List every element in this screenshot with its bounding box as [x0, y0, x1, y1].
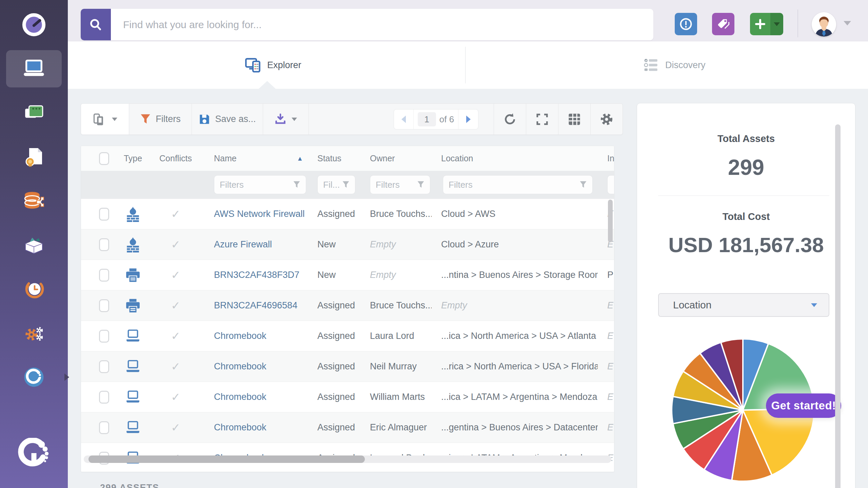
asset-status: Assigned: [308, 422, 360, 433]
create-asset-button[interactable]: [750, 13, 783, 35]
panel-scrollbar[interactable]: [835, 124, 841, 488]
assets-table: Type Conflicts Name ▲ Status Owner Locat…: [81, 146, 614, 472]
row-checkbox[interactable]: [99, 391, 109, 404]
get-started-button[interactable]: Get started!: [766, 393, 841, 418]
columns-button[interactable]: [558, 104, 590, 135]
column-header-conflicts[interactable]: Conflicts: [159, 154, 192, 163]
column-header-name[interactable]: Name ▲: [204, 154, 308, 163]
sidebar-item-settings[interactable]: [6, 314, 62, 352]
filters-button[interactable]: Filters: [129, 104, 192, 135]
save-as-button[interactable]: Save as...: [192, 104, 263, 135]
sidebar-item-contracts[interactable]: [6, 138, 62, 176]
asset-name-link[interactable]: Chromebook: [204, 422, 308, 433]
sidebar-item-packages[interactable]: [6, 226, 62, 264]
alerts-button[interactable]: [675, 13, 697, 35]
asset-owner: Empty: [360, 239, 432, 250]
row-checkbox[interactable]: [99, 299, 109, 312]
discovery-icon: [644, 57, 659, 73]
avatar[interactable]: [812, 12, 836, 37]
device-type-dropdown[interactable]: [81, 104, 129, 135]
asset-type-icon: [119, 359, 147, 374]
alert-icon: [679, 18, 692, 30]
asset-invoice: E: [598, 422, 614, 433]
status-filter-input[interactable]: Fil...: [317, 175, 355, 194]
asset-invoice: E: [598, 331, 614, 341]
chevron-down-icon: [774, 22, 780, 26]
table-body: ✓ AWS Network Firewall Assigned Bruce To…: [81, 199, 614, 472]
table-settings-button[interactable]: [590, 104, 623, 135]
asset-name-link[interactable]: BRN3C2AF4696584: [204, 300, 308, 311]
asset-status: Assigned: [308, 361, 360, 372]
name-filter-input[interactable]: Filters: [214, 175, 306, 194]
conflict-check-icon: ✓: [171, 360, 180, 373]
tags-button[interactable]: [712, 13, 734, 35]
funnel-icon: [140, 114, 151, 125]
row-checkbox[interactable]: [99, 269, 109, 282]
row-checkbox[interactable]: [99, 238, 109, 251]
sidebar-item-software[interactable]: [6, 94, 62, 131]
table-row[interactable]: ✓ Chromebook Assigned Laura Lord ...ica …: [81, 321, 614, 351]
export-button[interactable]: [263, 104, 309, 135]
tab-discovery[interactable]: Discovery: [644, 41, 706, 89]
owner-filter-input[interactable]: Filters: [370, 175, 430, 194]
conflict-check-icon: ✓: [171, 268, 180, 282]
asset-name-link[interactable]: BRN3C2AF438F3D7: [204, 270, 308, 280]
asset-owner: Bruce Touchs...: [360, 209, 432, 219]
sidebar-item-history[interactable]: [6, 270, 62, 308]
column-header-status[interactable]: Status: [308, 154, 360, 163]
invoice-filter-input[interactable]: [607, 175, 614, 194]
select-all-checkbox[interactable]: [99, 152, 109, 165]
next-page-button[interactable]: [458, 109, 478, 129]
row-checkbox[interactable]: [99, 330, 109, 343]
asset-location: ...ica > North America > USA > Atlanta: [432, 331, 598, 341]
fullscreen-button[interactable]: [526, 104, 558, 135]
chevron-right-icon[interactable]: [64, 373, 69, 381]
asset-location: ...ntina > Buenos Aires > Storage Room: [432, 270, 598, 280]
asset-name-link[interactable]: Chromebook: [204, 361, 308, 372]
asset-name-link[interactable]: Chromebook: [204, 331, 308, 341]
column-header-invoice[interactable]: Inv: [598, 154, 614, 163]
table-row[interactable]: ✓ BRN3C2AF4696584 Assigned Bruce Touchs.…: [81, 290, 614, 321]
asset-name-link[interactable]: AWS Network Firewall: [204, 209, 308, 219]
table-row[interactable]: ✓ AWS Network Firewall Assigned Bruce To…: [81, 199, 614, 229]
table-row[interactable]: ✓ Chromebook Assigned William Marts ...i…: [81, 382, 614, 412]
asset-name-link[interactable]: Azure Firewall: [204, 239, 308, 250]
asset-name-link[interactable]: Chromebook: [204, 392, 308, 402]
page-of-label: of 6: [439, 114, 454, 125]
filters-label: Filters: [156, 114, 181, 124]
table-horizontal-scrollbar[interactable]: [84, 455, 611, 463]
asset-status: New: [308, 270, 360, 280]
app-logo: [0, 12, 68, 37]
sidebar-item-support[interactable]: [6, 359, 62, 396]
package-box-icon: [23, 234, 45, 256]
column-header-owner[interactable]: Owner: [360, 154, 432, 163]
pagination: 1 of 6: [394, 109, 478, 129]
row-checkbox[interactable]: [99, 421, 109, 434]
table-row[interactable]: ✓ Chromebook Assigned Eric Almaguer ...g…: [81, 412, 614, 443]
column-header-location[interactable]: Location: [432, 154, 598, 163]
asset-invoice: P: [598, 270, 614, 280]
row-checkbox[interactable]: [99, 208, 109, 221]
search-button[interactable]: [81, 9, 111, 40]
table-vertical-scrollbar[interactable]: [608, 200, 613, 242]
row-checkbox[interactable]: [99, 360, 109, 373]
asset-location: ...rica > North America > USA > Florida: [432, 361, 598, 372]
refresh-button[interactable]: [494, 104, 526, 135]
table-row[interactable]: ✓ Chromebook Assigned Neil Murray ...ric…: [81, 351, 614, 382]
table-row[interactable]: ✓ Azure Firewall New Empty Cloud > Azure…: [81, 229, 614, 260]
current-page-input[interactable]: 1: [418, 112, 436, 126]
horizontal-scrollbar-thumb[interactable]: [88, 455, 365, 463]
prev-page-button[interactable]: [394, 109, 414, 129]
table-row[interactable]: ✓ BRN3C2AF438F3D7 New Empty ...ntina > B…: [81, 260, 614, 290]
group-by-select[interactable]: Location: [658, 293, 829, 317]
user-menu-caret[interactable]: [844, 21, 851, 25]
plus-icon[interactable]: [750, 13, 770, 35]
location-filter-input[interactable]: Filters: [443, 175, 593, 194]
search-input[interactable]: [111, 9, 653, 40]
column-header-type[interactable]: Type: [124, 154, 142, 163]
sidebar-item-assets[interactable]: [6, 50, 62, 87]
table-toolbar: Filters Save as... 1 of 6: [81, 103, 623, 135]
sidebar-item-cmdb[interactable]: [6, 182, 62, 220]
create-dropdown-caret[interactable]: [770, 13, 783, 35]
asset-status: Assigned: [308, 209, 360, 219]
